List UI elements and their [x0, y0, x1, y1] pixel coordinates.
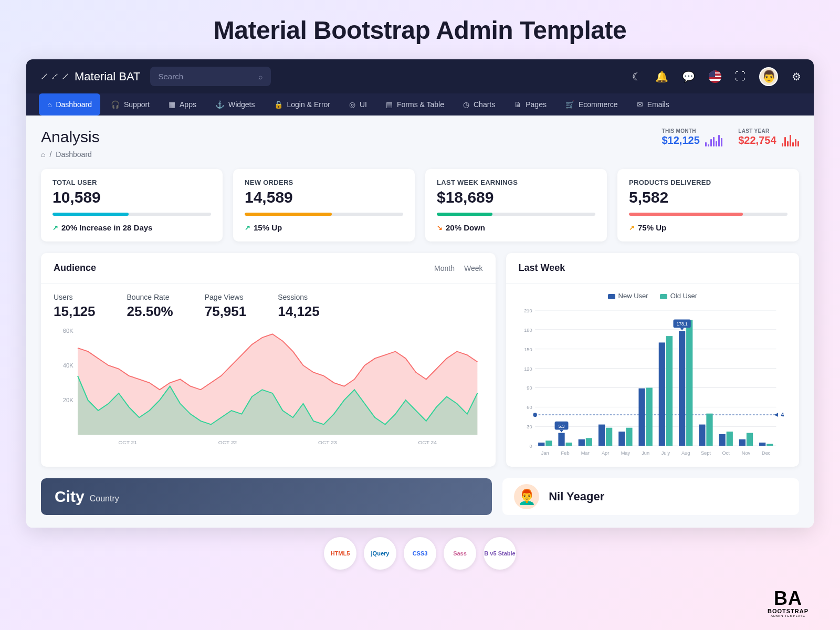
kpi-progress	[629, 213, 788, 216]
kpi-progress	[437, 213, 595, 216]
breadcrumb-sep: /	[49, 150, 51, 159]
nav-item-support[interactable]: 🎧Support	[102, 93, 158, 116]
nav-item-dashboard[interactable]: ⌂Dashboard	[39, 93, 100, 116]
svg-text:90: 90	[527, 385, 532, 391]
nav-icon: 🗎	[514, 100, 521, 109]
kpi-value: 14,589	[245, 188, 403, 206]
lastweek-legend: New UserOld User	[506, 284, 799, 304]
moon-icon[interactable]: ☾	[632, 70, 642, 83]
kpi-label: NEW ORDERS	[245, 178, 403, 186]
nav-item-widgets[interactable]: ⚓Widgets	[207, 93, 264, 116]
lastweek-card: Last Week New UserOld User 0306090120150…	[506, 253, 799, 467]
tab-month[interactable]: Month	[434, 264, 455, 272]
city-subtitle: Country	[90, 494, 119, 506]
kpi-label: LAST WEEK EARNINGS	[437, 178, 595, 186]
kpi-card: LAST WEEK EARNINGS $18,689 ↘ 20% Down	[425, 169, 607, 242]
metric-label: Users	[54, 293, 96, 301]
tab-week[interactable]: Week	[464, 264, 483, 272]
audience-metric: Users15,125	[54, 293, 96, 320]
svg-rect-38	[618, 432, 625, 446]
svg-rect-51	[706, 414, 712, 446]
search-icon[interactable]: ⌕	[258, 72, 262, 81]
nav-label: Dashboard	[56, 100, 92, 109]
nav-item-forms-table[interactable]: ▤Forms & Table	[377, 93, 453, 116]
nav-item-ecommerce[interactable]: 🛒Ecommerce	[557, 93, 626, 116]
svg-rect-39	[626, 428, 632, 446]
bell-icon[interactable]: 🔔	[655, 70, 668, 83]
search-input[interactable]	[159, 72, 258, 81]
charts-row: Audience Month Week Users15,125Bounce Ra…	[41, 253, 799, 467]
svg-text:Aug: Aug	[681, 450, 690, 456]
svg-text:60: 60	[527, 404, 532, 410]
sparkline-year-icon	[782, 134, 799, 146]
fullscreen-icon[interactable]: ⛶	[735, 70, 746, 82]
chat-icon[interactable]: 💬	[682, 70, 695, 83]
search-box[interactable]: ⌕	[150, 67, 271, 86]
metric-label: Sessions	[278, 293, 320, 301]
home-icon[interactable]: ⌂	[41, 150, 45, 159]
nav-label: Pages	[526, 100, 547, 109]
svg-rect-44	[658, 342, 665, 446]
sliders-icon[interactable]: ⚙	[792, 70, 801, 83]
lastweek-chart: 03060901201501802104JanFebMarAprMayJunJu…	[506, 304, 799, 467]
brand-text: Material BAT	[75, 70, 141, 83]
kpi-value: 10,589	[52, 188, 211, 206]
nav-item-pages[interactable]: 🗎Pages	[506, 93, 555, 116]
kpi-value: 5,582	[629, 188, 788, 206]
svg-text:Sept: Sept	[700, 450, 710, 456]
user-avatar[interactable]: 👨	[759, 67, 778, 86]
nav-icon: ◎	[349, 100, 355, 109]
svg-rect-33	[585, 438, 592, 446]
trend-icon: ↗	[629, 224, 635, 232]
profile-avatar-icon: 👨‍🦰	[514, 484, 539, 509]
kpi-trend: ↗ 75% Up	[629, 223, 788, 232]
kpi-label: TOTAL USER	[52, 178, 211, 186]
nav-item-apps[interactable]: ▦Apps	[160, 93, 205, 116]
topbar-actions: ☾ 🔔 💬 ⛶ 👨 ⚙	[632, 67, 801, 86]
audience-title: Audience	[54, 262, 96, 274]
legend-swatch-icon	[608, 294, 615, 299]
city-card[interactable]: City Country	[41, 478, 492, 515]
svg-rect-27	[545, 440, 552, 446]
brand[interactable]: ⟋⟋⟋ Material BAT	[39, 70, 141, 83]
metric-value: 75,951	[205, 303, 247, 320]
nav-item-login-error[interactable]: 🔒Login & Error	[266, 93, 339, 116]
svg-rect-41	[638, 388, 645, 446]
nav-icon: ▤	[386, 100, 393, 109]
legend-item: New User	[608, 292, 648, 300]
kpi-progress	[245, 213, 403, 216]
tech-badges: HTML5jQueryCSS3SassB v5 Stable	[26, 528, 814, 579]
audience-metric: Sessions14,125	[278, 293, 320, 320]
flag-icon[interactable]	[709, 70, 721, 83]
nav-item-ui[interactable]: ◎UI	[341, 93, 375, 116]
kpi-label: PRODUCTS DELIVERED	[629, 178, 788, 186]
svg-rect-50	[699, 425, 705, 446]
city-title: City	[55, 488, 85, 506]
tech-badge: HTML5	[324, 537, 356, 570]
profile-card[interactable]: 👨‍🦰 Nil Yeager	[502, 478, 799, 515]
metric-value: 15,125	[54, 303, 96, 320]
svg-rect-30	[565, 443, 572, 446]
kpi-value: $18,689	[437, 188, 595, 206]
svg-text:May: May	[621, 450, 630, 456]
profile-name: Nil Yeager	[549, 490, 604, 503]
svg-text:0: 0	[529, 443, 532, 449]
svg-rect-48	[686, 320, 692, 446]
svg-text:Jun: Jun	[642, 450, 649, 456]
nav-label: Support	[124, 100, 150, 109]
svg-text:60K: 60K	[63, 328, 74, 333]
this-month-value: $12,125	[662, 134, 700, 146]
svg-rect-60	[766, 444, 773, 446]
svg-text:Mar: Mar	[581, 450, 590, 456]
nav-item-emails[interactable]: ✉Emails	[628, 93, 678, 116]
svg-rect-42	[646, 387, 652, 446]
nav-icon: ◷	[463, 100, 469, 109]
nav-item-charts[interactable]: ◷Charts	[455, 93, 503, 116]
nav-label: Apps	[180, 100, 196, 109]
trend-icon: ↗	[245, 224, 250, 232]
audience-chart: 60K40K20KOCT 21OCT 22OCT 23OCT 24	[41, 324, 496, 458]
svg-rect-59	[759, 443, 765, 446]
svg-text:OCT 24: OCT 24	[418, 440, 437, 446]
last-year-value: $22,754	[738, 134, 776, 146]
page-title: Analysis	[41, 128, 100, 146]
